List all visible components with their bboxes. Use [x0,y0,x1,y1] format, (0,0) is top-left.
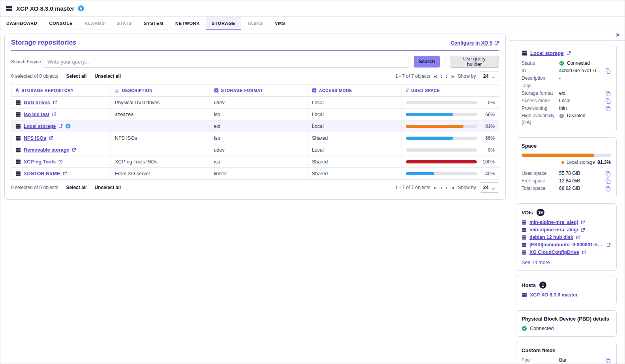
close-panel-button[interactable]: × [616,32,619,38]
chevron-down-icon: ⌄ [492,73,495,79]
external-link-icon[interactable] [49,136,53,140]
copy-icon[interactable] [605,186,611,191]
minus-circle-icon [559,113,564,118]
selection-toolbar-bottom: 0 selected of 0 objects Select all Unsel… [11,182,499,193]
sr-name-link[interactable]: XCP-ng Tools [24,159,56,165]
vdis-count-badge: 19 [537,209,544,216]
copy-icon[interactable] [605,178,611,184]
vdi-link[interactable]: debian 12 hub disk [529,235,573,240]
prev-page-button[interactable]: ‹ [440,185,442,190]
last-page-button[interactable]: » [451,73,454,79]
external-link-icon[interactable] [63,171,67,176]
custom-fields-card: Custom fields Foo Bar [516,342,617,364]
vdi-link[interactable]: XO CloudConfigDrive [529,250,579,255]
sr-name-link[interactable]: Local storage [530,50,564,56]
copy-icon[interactable] [605,171,611,176]
page-size-value: 24 [483,73,489,79]
tab-console[interactable]: CONSOLE [43,17,79,30]
vdi-link[interactable]: min-alpine-mra_alegi [529,227,578,233]
column-header-storage-format[interactable]: STORAGE FORMAT [210,84,308,97]
external-link-icon[interactable] [581,220,585,225]
last-page-button[interactable]: » [451,185,454,190]
external-link-icon[interactable] [52,112,56,116]
sr-name-link[interactable]: Local storage [24,124,56,129]
external-link-icon[interactable] [581,228,585,232]
search-button[interactable]: Search [414,56,440,68]
sr-name-link[interactable]: XOSTOR NVME [24,171,60,176]
see-more-vdis-button[interactable]: See 14 more [522,260,550,265]
sr-description: From XO-server [111,168,210,180]
page-size-select[interactable]: 24 ⌄ [480,182,499,193]
external-link-icon[interactable] [582,250,586,255]
table-row: DVD drives Physical DVD drives udev Loca… [11,97,499,109]
external-link-icon[interactable] [72,148,76,152]
hosts-title: Hosts [522,282,536,288]
sr-access-mode: Shared [308,168,402,180]
external-link-icon[interactable] [567,51,571,55]
sr-details-panel: × Local storage Status Connected ID 4cb0… [510,30,625,364]
sr-access-mode: Local [308,97,402,109]
pagination-range: 1 - 7 of 7 objects [395,73,430,79]
column-header-description[interactable]: DESCRIPTION [111,84,210,97]
sr-name-link[interactable]: iso bis test [24,112,49,117]
select-all-button[interactable]: Select all [66,185,86,190]
tab-dashboard[interactable]: DASHBOARD [0,17,43,30]
field-access-mode: Access mode Local [522,98,611,104]
sr-name-link[interactable]: NFS ISOs [24,135,46,141]
text-sort-icon: A [15,88,19,93]
first-page-button[interactable]: « [434,185,437,190]
copy-icon[interactable] [605,90,611,96]
vdis-title: VDIs [522,210,533,216]
tab-alarms: ALARMS [79,17,111,30]
sr-access-mode: Shared [308,156,402,168]
field-storage-format: Storage format ext [522,90,611,97]
database-icon [15,171,21,176]
search-input[interactable] [43,56,409,68]
unselect-all-button[interactable]: Unselect all [94,73,121,79]
use-query-builder-button[interactable]: Use query builder [450,56,499,68]
database-icon [15,147,21,153]
copy-icon[interactable] [605,98,611,104]
storage-repositories-table: A STORAGE REPOSITORY DESCRIPTION STORAGE… [11,84,499,180]
used-space-percent: 66% [480,135,495,141]
unselect-all-button[interactable]: Unselect all [94,185,121,190]
sr-access-mode: Local [308,120,402,132]
external-link-icon[interactable] [58,159,63,164]
next-page-button[interactable]: › [446,73,448,79]
tab-network[interactable]: NETWORK [169,17,206,30]
external-link-icon[interactable] [58,124,63,128]
first-page-button[interactable]: « [434,73,437,79]
column-header-storage-repository[interactable]: A STORAGE REPOSITORY [11,84,111,97]
external-link-icon[interactable] [53,100,57,105]
tab-storage[interactable]: STORAGE [206,17,241,30]
page-size-select[interactable]: 24 ⌄ [480,71,499,81]
host-link[interactable]: XCP XO 8.3.0 master [530,292,578,298]
tab-vms[interactable]: VMS [269,17,291,30]
external-link-icon[interactable] [606,243,611,247]
hosts-count-badge: 1 [539,281,546,289]
disk-icon [522,235,527,240]
next-page-button[interactable]: › [446,185,448,190]
table-row: iso bis test azeazea iso Local 66% [11,109,499,120]
vdi-link[interactable]: |ESXI|miniubuntu_0-000001-delta.vmdk [529,242,604,248]
sr-name-link[interactable]: DVD drives [24,100,50,105]
column-header-used-space[interactable]: # USED SPACE [402,84,499,97]
host-server-icon [522,292,527,298]
sr-format: udev [210,144,308,156]
sr-format: udev [210,97,308,109]
sr-description: XCP-ng Tools ISOs [111,156,210,168]
configure-in-xo5-link[interactable]: Configure in XO 5 [450,40,492,46]
column-header-access-mode[interactable]: ACCESS MODE [308,84,402,97]
pagination-bottom: 1 - 7 of 7 objects « ‹ › » Show by 24 ⌄ [395,182,499,193]
field-provisioning: Provisioning thin [522,105,611,112]
copy-icon[interactable] [605,105,611,111]
copy-icon[interactable] [605,68,611,74]
sr-name-link[interactable]: Removable storage [24,147,69,153]
select-all-button[interactable]: Select all [66,73,86,79]
prev-page-button[interactable]: ‹ [440,73,442,79]
sr-format: ext [210,120,308,132]
vdi-link[interactable]: min-alpine-mra_alegi [529,220,578,225]
tab-system[interactable]: SYSTEM [138,17,169,30]
copy-icon[interactable] [605,357,611,363]
external-link-icon[interactable] [576,235,580,240]
